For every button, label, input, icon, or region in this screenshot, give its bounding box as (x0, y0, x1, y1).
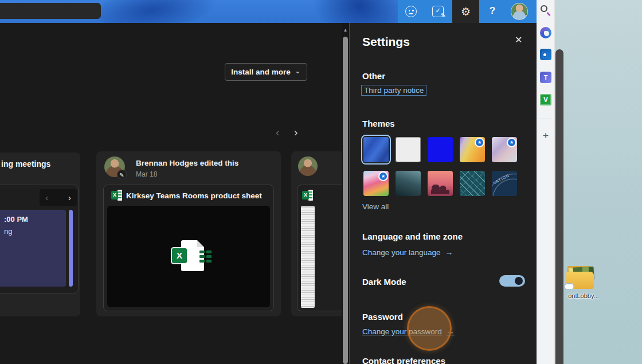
premium-star-icon: ★ (507, 138, 516, 147)
meeting-label: ng (4, 227, 12, 236)
sidebar-add-button[interactable]: + (537, 130, 555, 142)
themes-heading: Themes (362, 119, 395, 128)
settings-button[interactable]: ⚙ (452, 0, 479, 23)
document-preview[interactable]: X (107, 206, 270, 307)
theme-tile-light[interactable] (396, 137, 421, 162)
contact-preferences-heading: Contact preferences (362, 356, 445, 364)
browser-window: ✓ ✎ ⚙ ? Install and more ⌄ ‹ › ing meeti… (0, 0, 537, 364)
theme-tile-circuit[interactable] (460, 171, 485, 196)
page-scrollbar: ▲ (342, 23, 349, 364)
close-icon[interactable]: ✕ (515, 34, 522, 45)
excel-file-icon: X (302, 190, 313, 201)
day-planner-icon[interactable]: ✓ ✎ (432, 6, 444, 17)
arrow-right-icon: → (445, 248, 453, 257)
header-art-feather-2 (303, 0, 413, 23)
search-input[interactable] (0, 3, 101, 19)
gear-icon: ⚙ (461, 5, 471, 18)
edge-sidebar: T V + (537, 0, 555, 364)
change-language-link[interactable]: Change your language→ (362, 248, 453, 257)
dark-mode-toggle[interactable] (499, 275, 525, 287)
scrollbar-thumb[interactable] (343, 37, 348, 364)
password-heading: Password (362, 312, 403, 322)
view-all-link[interactable]: View all (362, 202, 389, 211)
carousel-prev-button[interactable]: ‹ (276, 126, 279, 139)
excel-big-icon: X (172, 239, 205, 272)
theme-tile-orange-swirl[interactable]: ★ (460, 137, 485, 162)
document-activity-card: ✎ Brennan Hodges edited this Mar 18 X Ki… (96, 151, 281, 316)
chevron-down-icon: ⌄ (295, 66, 301, 75)
account-avatar[interactable] (511, 3, 528, 20)
background-window-edge (555, 49, 563, 364)
app-header: ✓ ✎ ⚙ ? (0, 0, 537, 23)
toggle-knob (515, 277, 523, 285)
document-title: Kirksey Teams Rooms product sheet (126, 191, 262, 200)
sidebar-outlook-icon[interactable] (540, 49, 551, 60)
dark-mode-heading: Dark Mode (362, 277, 406, 287)
theme-tile-sunset-palms[interactable] (428, 171, 453, 196)
carousel-next-button[interactable]: › (294, 126, 297, 139)
meetings-next-button[interactable]: › (68, 193, 71, 202)
third-party-notice-link[interactable]: Third party notice (361, 85, 426, 96)
document-card[interactable]: X Kirksey Teams Rooms product sheet X (103, 185, 274, 311)
author-avatar-partial[interactable] (298, 156, 318, 176)
click-highlight-circle (407, 306, 452, 351)
edited-pencil-icon: ✎ (117, 170, 127, 179)
meetings-card[interactable]: ing meetings ‹ › :00 PM ng (0, 152, 80, 316)
spreadsheet-preview-strip (301, 206, 315, 308)
sidebar-v-app-icon[interactable]: V (540, 94, 551, 105)
excel-file-icon: X (111, 190, 122, 201)
install-and-more-button[interactable]: Install and more ⌄ (225, 63, 307, 81)
theme-tile-blueprint[interactable]: VATION (492, 171, 517, 196)
screen: ✓ ✎ ⚙ ? Install and more ⌄ ‹ › ing meeti… (0, 0, 642, 364)
language-heading: Language and time zone (362, 232, 463, 241)
scrollbar-up-arrow[interactable]: ▲ (342, 28, 349, 33)
meetings-card-title: ing meetings (1, 159, 50, 169)
premium-star-icon: ★ (378, 171, 388, 181)
feedback-smiley-icon[interactable] (405, 6, 417, 17)
premium-star-icon: ★ (475, 138, 484, 147)
theme-tile-colorful-art[interactable]: ★ (363, 171, 389, 196)
sidebar-teams-icon[interactable]: T (540, 72, 551, 83)
meetings-prev-button[interactable]: ‹ (45, 193, 48, 202)
settings-panel: Settings ✕ Other Third party notice Them… (349, 23, 537, 364)
header-art-feather (95, 0, 220, 23)
folder-label: ontLobby... (562, 292, 605, 299)
onedrive-cloud-icon (564, 283, 574, 290)
theme-tile-dark-wave[interactable] (396, 171, 421, 196)
sidebar-divider (539, 119, 552, 119)
author-line: Brennan Hodges edited this (136, 159, 238, 167)
theme-tile-solid-blue[interactable] (428, 137, 453, 162)
desktop-folder-shortcut[interactable]: ontLobby... (565, 264, 602, 304)
theme-tile-pastel-swirl[interactable]: ★ (492, 137, 517, 162)
meeting-time: :00 PM (4, 215, 28, 224)
sidebar-search-icon[interactable] (540, 5, 551, 16)
sidebar-m365-icon[interactable] (540, 27, 551, 38)
meeting-event-tile[interactable]: :00 PM ng (0, 210, 66, 287)
theme-tile-blue-selected[interactable] (363, 137, 389, 162)
meetings-nav: ‹ › (40, 189, 77, 206)
edit-date: Mar 18 (136, 170, 157, 178)
help-button[interactable]: ? (487, 5, 498, 17)
document-activity-card-partial: X (291, 151, 344, 316)
meetings-subpanel: ‹ › :00 PM ng (0, 185, 79, 293)
meeting-accent-bar (69, 210, 73, 287)
other-heading: Other (362, 71, 385, 81)
settings-title: Settings (362, 35, 410, 49)
